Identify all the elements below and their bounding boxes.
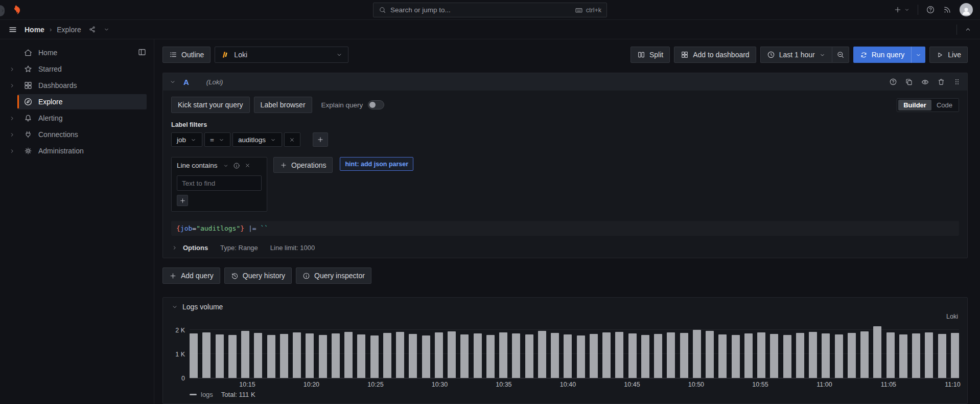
explain-query-toggle[interactable] bbox=[368, 100, 384, 109]
add-label-filter-button[interactable] bbox=[313, 132, 328, 147]
volume-bar bbox=[680, 333, 688, 378]
add-query-button[interactable]: Add query bbox=[162, 267, 220, 284]
filter-operator-select[interactable]: = bbox=[204, 132, 230, 147]
sidebar-item-explore[interactable]: Explore bbox=[0, 94, 154, 110]
new-menu-button[interactable] bbox=[894, 6, 910, 14]
sidebar-item-home[interactable]: Home bbox=[0, 44, 154, 61]
plug-icon bbox=[24, 130, 33, 139]
query-options-row: Options Type: Range Line limit: 1000 bbox=[163, 239, 967, 258]
search-input[interactable]: Search or jump to... ctrl+k bbox=[373, 3, 607, 17]
drawer-handle[interactable] bbox=[0, 5, 5, 16]
builder-mode-tab[interactable]: Builder bbox=[898, 100, 931, 110]
sidebar-item-starred[interactable]: Starred bbox=[0, 61, 154, 77]
news-icon[interactable] bbox=[943, 5, 952, 14]
chart-legend: logs Total: 111 K bbox=[190, 391, 959, 398]
sidebar-item-connections[interactable]: Connections bbox=[0, 126, 154, 143]
collapse-query-icon[interactable] bbox=[169, 78, 176, 85]
volume-bar bbox=[357, 334, 365, 378]
volume-bar bbox=[448, 331, 456, 378]
legend-series-name[interactable]: logs bbox=[201, 391, 213, 398]
plot-area[interactable] bbox=[190, 325, 959, 378]
query-row-actions bbox=[889, 78, 961, 86]
x-tick-label: 10:30 bbox=[432, 381, 448, 388]
hint-add-json-parser[interactable]: hint: add json parser bbox=[340, 157, 413, 171]
x-tick-label: 10:20 bbox=[304, 381, 319, 388]
info-icon[interactable] bbox=[233, 162, 240, 169]
x-axis: 10:1510:2010:2510:3010:3510:4010:4510:50… bbox=[190, 378, 959, 389]
volume-bar bbox=[951, 333, 959, 378]
remove-operation-icon[interactable] bbox=[244, 162, 251, 169]
chevron-right-icon[interactable] bbox=[6, 115, 17, 122]
breadcrumb-home[interactable]: Home bbox=[25, 26, 44, 34]
remove-filter-button[interactable] bbox=[284, 132, 300, 147]
chevron-right-icon[interactable] bbox=[6, 131, 17, 138]
plus-icon bbox=[169, 272, 177, 280]
filter-value-select[interactable]: auditlogs bbox=[232, 132, 282, 147]
collapse-logs-volume-icon[interactable] bbox=[171, 303, 178, 310]
outline-button[interactable]: Outline bbox=[162, 47, 211, 63]
sidebar-item-dashboards[interactable]: Dashboards bbox=[0, 77, 154, 94]
volume-bar bbox=[925, 332, 933, 378]
chevron-down-icon[interactable] bbox=[223, 163, 229, 169]
volume-bar bbox=[770, 334, 778, 378]
topnav-actions bbox=[894, 3, 973, 16]
compass-icon bbox=[24, 97, 33, 106]
grafana-logo[interactable] bbox=[10, 4, 21, 15]
query-actions: Add query Query history Query inspector bbox=[162, 267, 968, 284]
add-to-dashboard-button[interactable]: Add to dashboard bbox=[674, 47, 756, 63]
volume-bar bbox=[332, 333, 340, 378]
sidebar-item-label: Administration bbox=[38, 147, 84, 155]
sidebar-item-administration[interactable]: Administration bbox=[0, 143, 154, 159]
datasource-picker[interactable]: Loki bbox=[215, 47, 348, 63]
menu-toggle-icon[interactable] bbox=[8, 25, 17, 34]
chevron-right-icon[interactable] bbox=[6, 66, 17, 73]
chevron-right-icon[interactable] bbox=[6, 148, 17, 154]
chevron-down-icon bbox=[270, 137, 276, 143]
volume-bar bbox=[693, 330, 701, 378]
play-icon bbox=[936, 51, 944, 59]
volume-bar bbox=[306, 333, 314, 378]
run-query-button[interactable]: Run query bbox=[853, 47, 912, 63]
collapse-toolbar-icon[interactable] bbox=[964, 26, 972, 33]
legend-total: Total: 111 K bbox=[221, 391, 255, 398]
info-circle-icon bbox=[302, 272, 310, 280]
divider bbox=[918, 5, 918, 15]
logs-volume-chart: 01 K2 K bbox=[171, 325, 959, 378]
time-range-button[interactable]: Last 1 hour bbox=[760, 47, 832, 63]
sidebar-item-label: Alerting bbox=[38, 114, 62, 122]
live-button[interactable]: Live bbox=[929, 47, 968, 63]
drag-handle-icon[interactable] bbox=[953, 78, 961, 86]
code-mode-tab[interactable]: Code bbox=[931, 100, 958, 110]
toggle-visibility-icon[interactable] bbox=[921, 78, 929, 86]
split-button[interactable]: Split bbox=[631, 47, 670, 63]
delete-query-icon[interactable] bbox=[937, 78, 945, 86]
avatar[interactable] bbox=[960, 3, 973, 16]
duplicate-query-icon[interactable] bbox=[905, 78, 913, 86]
volume-bar bbox=[718, 334, 727, 378]
query-help-icon[interactable] bbox=[889, 78, 897, 86]
query-inspector-button[interactable]: Query inspector bbox=[296, 267, 371, 284]
chevron-down-icon[interactable] bbox=[103, 26, 110, 33]
share-icon[interactable] bbox=[88, 26, 96, 33]
options-title[interactable]: Options bbox=[183, 244, 208, 252]
volume-bar bbox=[938, 334, 946, 378]
operations-button[interactable]: Operations bbox=[273, 157, 333, 173]
help-icon[interactable] bbox=[926, 5, 935, 14]
volume-bar bbox=[474, 333, 482, 378]
breadcrumb-separator: › bbox=[50, 26, 52, 33]
breadcrumb-explore[interactable]: Explore bbox=[57, 26, 81, 34]
chevron-right-icon[interactable] bbox=[171, 244, 178, 251]
query-history-button[interactable]: Query history bbox=[224, 267, 292, 284]
filter-label-select[interactable]: job bbox=[171, 132, 202, 147]
x-tick-label: 10:35 bbox=[496, 381, 511, 388]
label-browser-button[interactable]: Label browser bbox=[254, 97, 312, 113]
volume-bar bbox=[499, 332, 507, 378]
volume-bar bbox=[783, 335, 791, 378]
run-query-dropdown[interactable] bbox=[911, 47, 925, 63]
sidebar-item-alerting[interactable]: Alerting bbox=[0, 110, 154, 126]
text-to-find-input[interactable] bbox=[177, 175, 262, 191]
zoom-out-button[interactable] bbox=[832, 47, 849, 63]
kick-start-button[interactable]: Kick start your query bbox=[171, 97, 250, 113]
add-operation-param-button[interactable] bbox=[177, 195, 188, 206]
chevron-right-icon[interactable] bbox=[6, 82, 17, 89]
